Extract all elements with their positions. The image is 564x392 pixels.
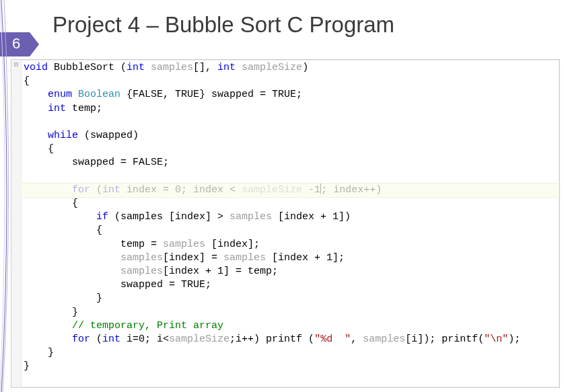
code-gutter: ⊟ xyxy=(11,60,22,387)
fold-icon: ⊟ xyxy=(13,61,20,68)
code-content: void BubbleSort (int samples[], int samp… xyxy=(11,60,559,375)
slide-number: 6 xyxy=(0,32,32,55)
code-editor: ⊟ void BubbleSort (int samples[], int sa… xyxy=(11,59,560,388)
slide-title: Project 4 – Bubble Sort C Program xyxy=(0,0,564,44)
